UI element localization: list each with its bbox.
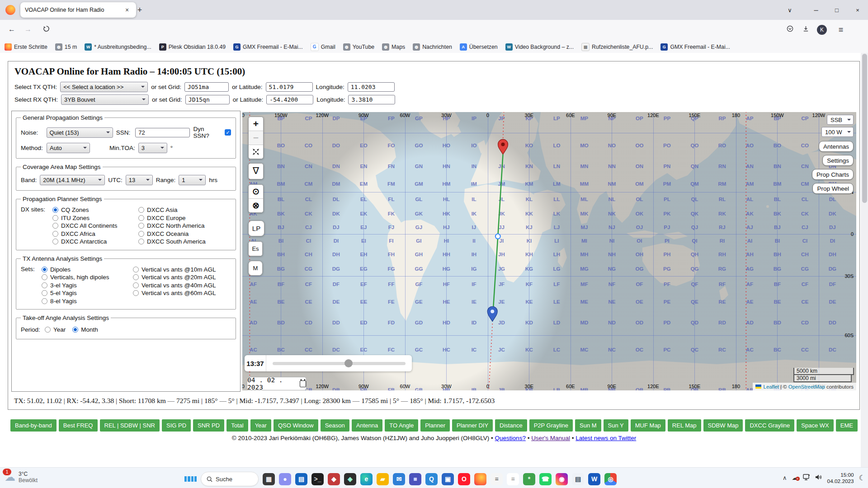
dx-sites-option[interactable]: ITU Zones bbox=[52, 214, 135, 222]
onenote-taskbar-icon[interactable]: ▤ bbox=[295, 473, 307, 485]
rx-longitude-input[interactable]: 3.3810 bbox=[348, 95, 395, 104]
radio-icon[interactable] bbox=[52, 231, 58, 237]
firefox-taskbar-icon[interactable] bbox=[474, 473, 486, 485]
long-path-button[interactable]: LP bbox=[248, 221, 264, 236]
terminator-toggle-button[interactable]: ∇ bbox=[248, 163, 264, 179]
ssn-input[interactable]: 72 bbox=[135, 128, 190, 137]
footer-button[interactable]: DXCC Grayline bbox=[745, 419, 794, 432]
footer-link[interactable]: Latest news on Twitter bbox=[576, 435, 636, 441]
osm-link[interactable]: OpenStreetMap bbox=[788, 384, 825, 389]
whatsapp-taskbar-icon[interactable]: ☎ bbox=[539, 473, 552, 485]
dx-sites-option[interactable]: CQ Zones bbox=[52, 206, 135, 214]
chat-taskbar-icon[interactable]: ● bbox=[279, 473, 291, 485]
radio-icon[interactable] bbox=[42, 290, 47, 296]
footer-button[interactable]: Planner DIY bbox=[452, 419, 493, 432]
footer-button[interactable]: SDBW Map bbox=[703, 419, 743, 432]
period-option[interactable]: Month bbox=[72, 326, 98, 334]
footer-button[interactable]: Antenna bbox=[352, 419, 382, 432]
rx-latitude-input[interactable]: -54.4200 bbox=[266, 95, 313, 104]
antenna-set-option[interactable]: Vertical vs ants @20m AGL bbox=[133, 273, 216, 282]
onedrive-icon[interactable]: ☁× bbox=[792, 474, 798, 481]
bookmark-item[interactable]: WVideo Background – z... bbox=[505, 43, 574, 51]
footer-button[interactable]: Year bbox=[250, 419, 271, 432]
bookmark-item[interactable]: GGMX Freemail - E-Mai... bbox=[660, 43, 730, 51]
world-map[interactable]: ABBBCBDBEBFBGBHBIBJBKBLBMBNBOBPBQBRBABBB… bbox=[242, 112, 856, 390]
radio-icon[interactable] bbox=[138, 223, 144, 229]
start-button[interactable] bbox=[184, 473, 197, 485]
search-app-taskbar-icon[interactable]: Q bbox=[425, 473, 438, 485]
antenna-set-option[interactable]: Vertical vs ants @40m AGL bbox=[133, 282, 216, 290]
forward-button[interactable]: → bbox=[23, 25, 33, 35]
dx-sites-option[interactable]: DXCC Asia bbox=[138, 206, 206, 214]
antenna-set-option[interactable]: 8-el Yagis bbox=[42, 297, 129, 305]
dx-sites-option[interactable]: DXCC All Continents bbox=[52, 222, 135, 230]
antenna-set-option[interactable]: Dipoles bbox=[42, 266, 129, 274]
edge-taskbar-icon[interactable]: e bbox=[360, 473, 373, 485]
bookmark-item[interactable]: W* Ausbreitungsbeding... bbox=[85, 43, 151, 51]
slider-thumb[interactable] bbox=[344, 359, 353, 367]
radio-icon[interactable] bbox=[42, 267, 47, 272]
footer-button[interactable]: Space WX bbox=[797, 419, 833, 432]
teams-taskbar-icon[interactable]: ■ bbox=[409, 473, 421, 485]
tx-latitude-input[interactable]: 51.0179 bbox=[266, 82, 313, 92]
antennas-button[interactable]: Antennas bbox=[819, 141, 854, 152]
radio-icon[interactable] bbox=[72, 327, 78, 333]
map-settings-button[interactable]: Settings bbox=[822, 155, 854, 166]
night-mode-icon[interactable]: ☾ bbox=[859, 474, 865, 482]
footer-link[interactable]: Questions? bbox=[495, 435, 526, 441]
word-taskbar-icon[interactable]: W bbox=[588, 473, 600, 485]
leaflet-link[interactable]: Leaflet bbox=[764, 384, 779, 389]
network-icon[interactable] bbox=[803, 474, 810, 482]
reload-button[interactable] bbox=[41, 25, 52, 35]
bookmark-item[interactable]: PPlesk Obsidian 18.0.49 bbox=[159, 43, 226, 51]
footer-button[interactable]: SIG PD bbox=[162, 419, 191, 432]
bookmark-item[interactable]: AÜbersetzen bbox=[460, 43, 498, 51]
radio-icon[interactable] bbox=[138, 239, 144, 244]
radio-icon[interactable] bbox=[133, 274, 139, 280]
footer-button[interactable]: REL | SDBW | SNR bbox=[100, 419, 160, 432]
bookmark-item[interactable]: GGMX Freemail - E-Mai... bbox=[233, 43, 303, 51]
radio-icon[interactable] bbox=[138, 231, 144, 237]
dx-sites-option[interactable]: DXCC Africa bbox=[52, 230, 135, 238]
zoom-in-button[interactable]: + bbox=[249, 117, 263, 131]
taskbar-search[interactable]: Suche bbox=[201, 472, 259, 486]
radio-icon[interactable] bbox=[42, 282, 47, 288]
power-select[interactable]: 100 W bbox=[821, 127, 854, 137]
rx-grid-input[interactable]: JD15qn bbox=[185, 95, 230, 104]
tx-grid-input[interactable]: JO51ma bbox=[184, 82, 229, 92]
footer-button[interactable]: Sun Y bbox=[604, 419, 628, 432]
dx-sites-option[interactable]: DXCC Europe bbox=[138, 214, 206, 222]
close-window-button[interactable]: × bbox=[847, 7, 868, 14]
rx-location-select[interactable]: 3YB Bouvet bbox=[61, 94, 149, 105]
docs-taskbar-icon[interactable]: ▤ bbox=[572, 473, 584, 485]
chrome-taskbar-icon[interactable]: ◎ bbox=[604, 473, 617, 485]
footer-button[interactable]: Season bbox=[321, 419, 349, 432]
antenna-set-option[interactable]: Vertical vs ants @10m AGL bbox=[133, 266, 216, 274]
dx-sites-option[interactable]: DXCC Oceania bbox=[138, 230, 206, 238]
clear-circle-button[interactable]: ⊗ bbox=[249, 199, 263, 212]
explorer-taskbar-icon[interactable]: ▰ bbox=[377, 473, 389, 485]
slider-track[interactable] bbox=[273, 355, 406, 371]
antenna-set-option[interactable]: 3-el Yagis bbox=[42, 282, 129, 290]
bookmark-item[interactable]: ◍15 m bbox=[55, 43, 77, 51]
minimize-button[interactable]: ─ bbox=[806, 7, 826, 14]
radio-icon[interactable] bbox=[52, 239, 58, 244]
firefox-icon[interactable] bbox=[5, 5, 15, 15]
scrollbar-thumb[interactable] bbox=[862, 54, 867, 203]
menu-icon[interactable]: ≡ bbox=[835, 25, 846, 35]
fullscreen-button[interactable] bbox=[249, 145, 263, 159]
radio-icon[interactable] bbox=[42, 298, 47, 304]
footer-button[interactable]: REL Map bbox=[668, 419, 701, 432]
mail-taskbar-icon[interactable]: ✉ bbox=[393, 473, 405, 485]
terminal-taskbar-icon[interactable]: >_ bbox=[311, 473, 324, 485]
footer-button[interactable]: EME bbox=[836, 419, 858, 432]
maximize-button[interactable]: □ bbox=[826, 7, 847, 14]
period-option[interactable]: Year bbox=[45, 326, 66, 334]
save-taskbar-icon[interactable]: ▣ bbox=[442, 473, 454, 485]
footer-link[interactable]: User's Manual bbox=[531, 435, 570, 441]
back-button[interactable]: ← bbox=[6, 25, 17, 35]
bookmark-item[interactable]: ▤Rufzeichenliste_AFU.p... bbox=[581, 43, 653, 51]
mintoa-select[interactable]: 3 bbox=[138, 143, 167, 153]
close-tab-icon[interactable]: × bbox=[123, 5, 132, 14]
dyn-ssn-checkbox[interactable]: ✓ bbox=[225, 129, 231, 136]
